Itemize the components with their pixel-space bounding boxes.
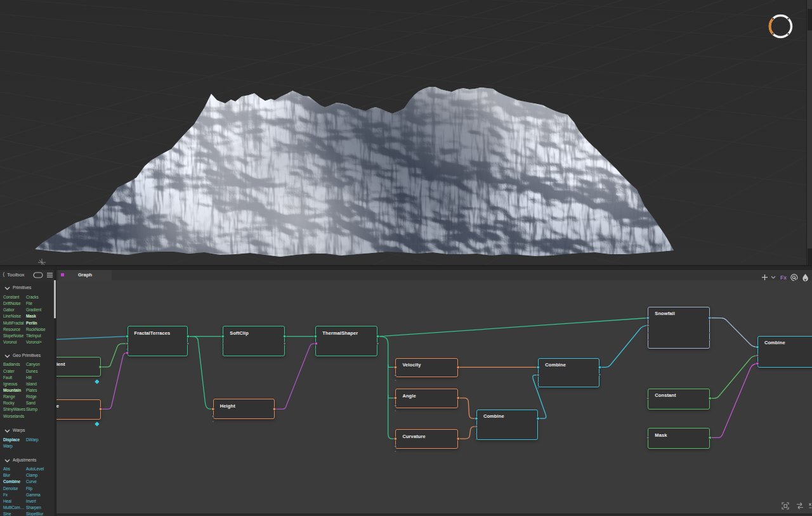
svg-text:Fx: Fx [780, 274, 787, 281]
